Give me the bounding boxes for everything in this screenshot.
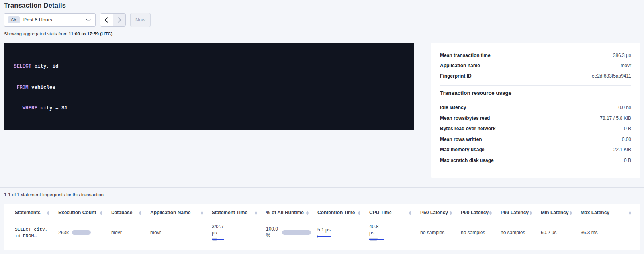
cell-contention-time: 5.1 µs xyxy=(317,227,369,238)
sql-keyword: FROM xyxy=(17,85,29,90)
sql-statement-box: SELECT city, id FROM vehicles WHERE city… xyxy=(4,43,414,130)
statement-time-bar xyxy=(212,238,224,241)
cell-min-latency: 60.2 µs xyxy=(541,230,581,235)
column-header-runtime-pct[interactable]: % of All Runtime xyxy=(266,210,317,217)
summary-row: Application name movr xyxy=(440,61,631,71)
sort-icon[interactable] xyxy=(530,211,532,215)
column-header-max-latency[interactable]: Max Latency xyxy=(581,210,640,217)
cpu-time-bar xyxy=(369,238,384,241)
transaction-details-page: Transaction Details 6h Past 6 Hours Now … xyxy=(0,0,644,254)
resource-usage-row: Max scratch disk usage 0 B xyxy=(440,155,631,166)
table-header-row: Statements Execution Count Database Appl… xyxy=(4,204,640,221)
column-header-p90-latency[interactable]: P90 Latency xyxy=(461,210,501,217)
column-header-statement-time[interactable]: Statement Time xyxy=(212,210,266,217)
statements-table: Statements Execution Count Database Appl… xyxy=(4,204,640,250)
cell-max-latency: 36.3 ms xyxy=(581,230,640,235)
chevron-left-icon xyxy=(104,17,110,23)
page-title: Transaction Details xyxy=(4,2,66,9)
now-button[interactable]: Now xyxy=(130,13,151,27)
column-header-p99-latency[interactable]: P99 Latency xyxy=(501,210,541,217)
resource-usage-row: Bytes read over network 0 B xyxy=(440,123,631,134)
column-header-execution-count[interactable]: Execution Count xyxy=(58,210,111,217)
sort-icon[interactable] xyxy=(100,211,102,215)
cell-statement-time: 342.7 µs xyxy=(212,224,266,241)
time-range-label: Past 6 Hours xyxy=(23,17,87,23)
time-range-badge: 6h xyxy=(8,16,20,23)
resource-usage-row: Mean rows written 0.00 xyxy=(440,134,631,145)
contention-time-bar xyxy=(317,235,331,238)
sort-icon[interactable] xyxy=(570,211,572,215)
sql-keyword: WHERE xyxy=(23,106,38,111)
period-prefix: Showing aggregated stats from xyxy=(4,31,69,36)
cell-statement: SELECT city, id FROM… xyxy=(15,226,58,239)
cell-p99-latency: no samples xyxy=(501,230,541,235)
summary-row: Fingerprint ID ee2df683f5aa9411 xyxy=(440,71,631,81)
sort-icon[interactable] xyxy=(306,211,309,215)
sort-icon[interactable] xyxy=(255,211,257,215)
chevron-right-icon xyxy=(116,17,121,23)
column-header-database[interactable]: Database xyxy=(111,210,150,217)
column-header-statements[interactable]: Statements xyxy=(15,210,58,217)
resource-usage-row: Mean rows/bytes read 78.17 / 5.8 KiB xyxy=(440,113,631,124)
execution-count-bar xyxy=(72,230,91,235)
cell-application-name: movr xyxy=(150,230,212,235)
previous-interval-button[interactable] xyxy=(100,14,113,26)
column-header-p50-latency[interactable]: P50 Latency xyxy=(420,210,461,217)
cell-database: movr xyxy=(111,230,150,235)
summary-row: Mean transaction time 386.3 µs xyxy=(440,50,631,61)
sql-line: FROM vehicles xyxy=(14,84,405,92)
sql-keyword: SELECT xyxy=(14,64,31,69)
sort-icon[interactable] xyxy=(450,211,452,215)
card-divider xyxy=(440,85,631,86)
table-row: SELECT city, id FROM… 263k movr movr 342… xyxy=(4,221,640,244)
sort-icon[interactable] xyxy=(629,211,631,215)
column-header-contention-time[interactable]: Contention Time xyxy=(317,210,369,217)
sort-icon[interactable] xyxy=(358,211,360,215)
cell-p90-latency: no samples xyxy=(461,230,501,235)
period-range: 11:00 to 17:59 (UTC) xyxy=(69,31,112,36)
resource-usage-row: Max memory usage 22.1 KiB xyxy=(440,145,631,155)
cell-execution-count: 263k xyxy=(58,230,111,235)
sort-icon[interactable] xyxy=(489,211,492,215)
sql-line: SELECT city, id xyxy=(14,63,405,70)
sort-icon[interactable] xyxy=(409,211,411,215)
runtime-pct-bar xyxy=(282,230,311,235)
resource-usage-row: Idle latency 0.0 ns xyxy=(440,102,631,113)
section-divider xyxy=(0,187,644,188)
transaction-summary-card: Mean transaction time 386.3 µs Applicati… xyxy=(431,43,640,178)
next-interval-button[interactable] xyxy=(113,14,125,26)
column-header-application-name[interactable]: Application Name xyxy=(150,210,212,217)
sort-icon[interactable] xyxy=(139,211,141,215)
sort-icon[interactable] xyxy=(47,211,49,215)
statement-link[interactable]: SELECT city, id FROM… xyxy=(15,226,52,239)
cell-runtime-pct: 100.0 % xyxy=(266,226,317,238)
sql-line: WHERE city = $1 xyxy=(14,105,405,112)
statement-fingerprint-count: 1-1 of 1 statement fingerprints for this… xyxy=(4,192,104,197)
sort-icon[interactable] xyxy=(201,211,203,215)
column-header-cpu-time[interactable]: CPU Time xyxy=(369,210,420,217)
chevron-down-icon xyxy=(86,17,90,21)
cell-cpu-time: 40.8 µs xyxy=(369,224,420,241)
time-range-dropdown[interactable]: 6h Past 6 Hours xyxy=(4,13,96,27)
aggregation-period-text: Showing aggregated stats from 11:00 to 1… xyxy=(4,31,112,36)
resource-usage-heading: Transaction resource usage xyxy=(440,90,631,96)
column-header-min-latency[interactable]: Min Latency xyxy=(541,210,581,217)
time-toolbar: 6h Past 6 Hours Now xyxy=(4,13,151,27)
time-step-buttons xyxy=(100,13,126,27)
cell-p50-latency: no samples xyxy=(420,230,461,235)
